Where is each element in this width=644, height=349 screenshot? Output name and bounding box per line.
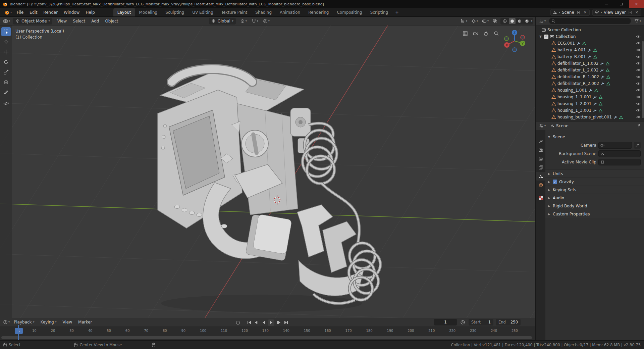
tool-annotate[interactable] bbox=[1, 88, 11, 97]
proportional-editing-dropdown[interactable]: ▾ bbox=[262, 18, 271, 24]
tab-world-properties[interactable] bbox=[536, 181, 545, 189]
snap-toggle-button[interactable]: ▾ bbox=[251, 18, 259, 24]
outliner-object-row[interactable]: defibrillator_R_1.002 bbox=[536, 73, 644, 80]
shading-rendered-button[interactable] bbox=[524, 18, 530, 24]
background-scene-field[interactable] bbox=[598, 150, 641, 157]
topbar-menu-item[interactable]: Edit bbox=[26, 8, 40, 16]
minimize-button[interactable] bbox=[599, 0, 614, 8]
viewport-menu-item[interactable]: Add bbox=[88, 19, 102, 23]
outliner-object-row[interactable]: battery_B.001 bbox=[536, 53, 644, 60]
outliner-object-row[interactable]: housing_1_2.001 bbox=[536, 100, 644, 107]
workspace-tab[interactable]: Texture Paint bbox=[217, 8, 251, 16]
workspace-tab[interactable]: Modeling bbox=[135, 8, 162, 16]
timeline-editor-type-button[interactable]: ▾ bbox=[2, 319, 11, 325]
workspace-tab[interactable]: Layout bbox=[113, 8, 135, 16]
tool-rotate[interactable] bbox=[1, 57, 11, 66]
add-workspace-button[interactable]: + bbox=[392, 8, 402, 16]
shading-wireframe-button[interactable] bbox=[501, 18, 508, 24]
topbar-menu-item[interactable]: Render bbox=[40, 8, 61, 16]
outliner-object-row[interactable]: housing_1_3.001 bbox=[536, 107, 644, 114]
playhead[interactable]: 1 bbox=[15, 328, 23, 334]
topbar-menu-item[interactable]: Help bbox=[83, 8, 98, 16]
overlays-toggle[interactable]: ▾ bbox=[481, 18, 490, 24]
tool-move[interactable] bbox=[1, 47, 11, 56]
remove-view-layer-button[interactable]: × bbox=[635, 10, 639, 14]
navigation-gizmo[interactable]: Z Y X bbox=[502, 28, 527, 54]
workspace-tab[interactable]: Scripting bbox=[366, 8, 392, 16]
frame-start-field[interactable]: Start 1 bbox=[469, 319, 493, 326]
timeline-menu-playback[interactable]: Playback ▾ bbox=[11, 320, 37, 325]
timeline-horizontal-scrollbar[interactable] bbox=[1, 336, 532, 339]
workspace-tab[interactable]: Compositing bbox=[333, 8, 366, 16]
collection-expand-arrow[interactable]: ▼ bbox=[539, 35, 543, 38]
gizmo-neg-x-ball[interactable] bbox=[521, 35, 525, 39]
panel-audio[interactable]: ▶ Audio bbox=[545, 194, 644, 202]
camera-field[interactable] bbox=[598, 142, 632, 149]
outliner-object-row[interactable]: housing_1_1.001 bbox=[536, 94, 644, 100]
timeline-menu-view[interactable]: View bbox=[60, 320, 75, 325]
workspace-tab[interactable]: Sculpting bbox=[161, 8, 188, 16]
pivot-point-dropdown[interactable]: ▾ bbox=[239, 18, 248, 24]
frame-end-field[interactable]: End 250 bbox=[496, 319, 521, 326]
workspace-tab[interactable]: Animation bbox=[276, 8, 304, 16]
eyedropper-button[interactable] bbox=[634, 142, 641, 149]
tool-measure[interactable] bbox=[1, 98, 11, 107]
workspace-tab[interactable]: Shading bbox=[251, 8, 276, 16]
close-button[interactable]: × bbox=[629, 0, 644, 8]
outliner-collection-row[interactable]: ▼ ✓ Collection bbox=[536, 33, 644, 40]
transform-orientation-dropdown[interactable]: Global ▾ bbox=[209, 18, 235, 24]
eye-icon[interactable] bbox=[636, 48, 641, 52]
prev-keyframe-button[interactable] bbox=[253, 319, 260, 326]
outliner-scrollbar[interactable] bbox=[642, 41, 644, 118]
eye-icon[interactable] bbox=[636, 108, 641, 113]
viewport-menu-item[interactable]: Object bbox=[102, 19, 121, 23]
eye-icon[interactable] bbox=[636, 74, 641, 79]
new-scene-button[interactable] bbox=[576, 10, 581, 14]
eye-icon[interactable] bbox=[636, 88, 641, 93]
tool-cursor[interactable] bbox=[1, 37, 11, 46]
workspace-tab[interactable]: UV Editing bbox=[188, 8, 217, 16]
eye-icon[interactable] bbox=[636, 34, 641, 39]
mini-grid-button[interactable] bbox=[461, 30, 469, 38]
active-movie-clip-field[interactable] bbox=[598, 159, 641, 165]
topbar-menu-item[interactable]: File bbox=[14, 8, 26, 16]
scene-panel-header[interactable]: ▼ Scene bbox=[547, 133, 641, 141]
gizmos-toggle[interactable]: ▾ bbox=[470, 18, 479, 24]
eye-icon[interactable] bbox=[636, 61, 641, 66]
timeline-ruler[interactable]: 1020304050607080901001101201301401501601… bbox=[0, 327, 535, 336]
properties-editor-type-button[interactable]: ▾ bbox=[538, 123, 547, 129]
outliner-scene-collection-row[interactable]: Scene Collection bbox=[536, 27, 644, 33]
view-layer-selector[interactable]: ▾ View Layer × bbox=[592, 9, 641, 16]
editor-type-button[interactable]: ▾ bbox=[2, 18, 11, 24]
timeline-menu-keying[interactable]: Keying ▾ bbox=[37, 320, 59, 325]
tool-select-box[interactable] bbox=[1, 27, 11, 36]
tab-output-properties[interactable] bbox=[536, 154, 545, 163]
tab-scene-properties[interactable] bbox=[536, 172, 545, 181]
eye-icon[interactable] bbox=[636, 81, 641, 86]
maximize-button[interactable] bbox=[614, 0, 629, 8]
tool-transform[interactable] bbox=[1, 78, 11, 87]
app-menu-button[interactable]: ▾ bbox=[2, 8, 14, 16]
pin-id-button[interactable] bbox=[636, 123, 642, 129]
eye-icon[interactable] bbox=[636, 115, 641, 119]
outliner-object-row[interactable]: defibrillator_L_2.002 bbox=[536, 67, 644, 73]
viewport-3d[interactable]: User Perspective (Local) (1) Collection bbox=[0, 26, 535, 318]
pan-view-button[interactable] bbox=[482, 30, 490, 38]
new-view-layer-button[interactable] bbox=[628, 10, 633, 14]
current-frame-field[interactable]: 1 bbox=[434, 319, 457, 326]
gravity-checkbox[interactable]: ✓ bbox=[553, 180, 557, 184]
auto-keying-toggle[interactable] bbox=[235, 319, 241, 326]
gizmo-neg-y-ball[interactable] bbox=[504, 37, 508, 41]
tab-render-properties[interactable] bbox=[536, 146, 545, 154]
tab-view-layer-properties[interactable] bbox=[536, 163, 545, 172]
eye-icon[interactable] bbox=[636, 101, 641, 106]
topbar-menu-item[interactable]: Window bbox=[61, 8, 83, 16]
eye-icon[interactable] bbox=[636, 68, 641, 72]
tool-scale[interactable] bbox=[1, 67, 11, 77]
shading-solid-button[interactable] bbox=[509, 18, 516, 24]
timeline-menu-marker[interactable]: Marker bbox=[75, 320, 95, 325]
outliner-editor-type-button[interactable]: ▾ bbox=[538, 18, 547, 24]
play-reverse-button[interactable] bbox=[261, 319, 267, 326]
tab-texture-properties[interactable] bbox=[536, 193, 545, 202]
camera-view-button[interactable] bbox=[472, 30, 480, 38]
